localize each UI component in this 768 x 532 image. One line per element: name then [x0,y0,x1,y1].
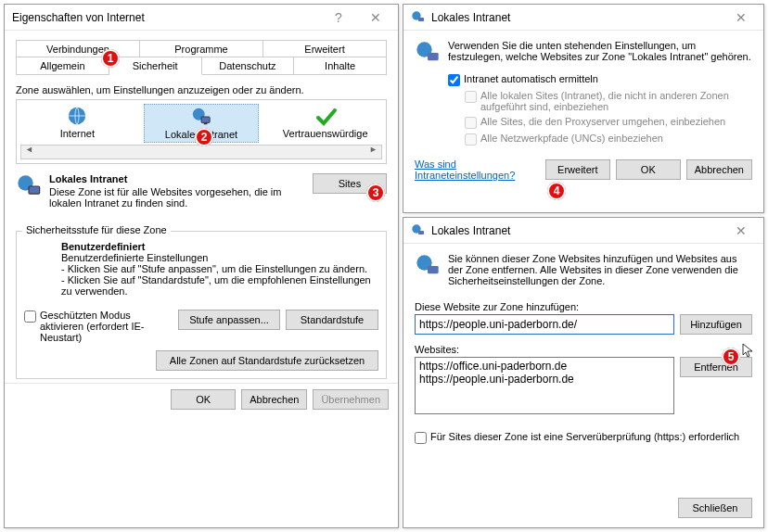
cb-unc-paths: Alle Netzwerkpfade (UNCs) einbeziehen [465,133,752,146]
shield-icon [16,173,42,199]
add-button[interactable]: Hinzufügen [680,314,752,335]
https-verify-label: Für Sites dieser Zone ist eine Serverübe… [430,431,739,442]
local-intranet-zone-window: Lokales Intranet ✕ Verwenden Sie die unt… [403,4,764,213]
step-marker-4: 4 [547,182,566,200]
shield-icon [411,223,426,238]
local-intranet-sites-window: Lokales Intranet ✕ Sie können dieser Zon… [403,217,764,528]
tab-sicherheit[interactable]: Sicherheit [109,57,202,75]
auto-detect-input[interactable] [448,74,460,86]
shield-icon [415,253,441,279]
https-verify-input[interactable] [415,432,427,444]
add-site-label: Diese Website zur Zone hinzufügen: [415,301,752,312]
security-level-group: Sicherheitsstufe für diese Zone Benutzer… [16,231,387,379]
cb-proxy-bypass: Alle Sites, die den Proxyserver umgehen,… [465,116,752,129]
titlebar: Eigenschaften von Internet ? ✕ [5,5,398,31]
websites-label: Websites: [415,344,752,355]
custom-level-button[interactable]: Stufe anpassen... [178,310,280,330]
level-line: - Klicken Sie auf "Standardstufe", um di… [61,274,378,297]
shield-icon [415,40,441,66]
internet-properties-window: Eigenschaften von Internet ? ✕ Verbindun… [4,4,399,528]
titlebar: Lokales Intranet ✕ [403,5,763,31]
close-window-button[interactable]: Schließen [678,498,752,518]
titlebar: Lokales Intranet ✕ [403,218,763,244]
svg-rect-9 [428,53,439,60]
level-line: - Klicken Sie auf "Stufe anpassen", um d… [61,263,378,274]
tab-erweitert[interactable]: Erweitert [263,40,387,57]
window-title: Eigenschaften von Internet [12,11,320,24]
zone-trusted[interactable]: Vertrauenswürdige [268,104,382,143]
zone-heading: Lokales Intranet [49,173,305,184]
tabstrip: Verbindungen Programme Erweitert Allgeme… [16,40,387,75]
svg-rect-11 [418,231,424,234]
svg-rect-3 [204,122,208,124]
tab-datenschutz[interactable]: Datenschutz [202,57,295,75]
apply-button[interactable]: Übernehmen [313,389,389,410]
protected-mode-input[interactable] [24,310,36,323]
https-verify-checkbox[interactable]: Für Sites dieser Zone ist eine Serverübe… [415,431,752,444]
mouse-cursor-icon [742,343,757,358]
list-item[interactable]: https://people.uni-paderborn.de [419,373,670,386]
protected-mode-label: Geschützten Modus aktivieren (erfordert … [40,310,154,343]
level-title: Benutzerdefiniert [61,241,378,252]
step-marker-2: 2 [195,128,213,146]
list-item[interactable]: https://office.uni-paderborn.de [419,360,670,373]
default-level-button[interactable]: Standardstufe [286,310,378,330]
window-title: Lokales Intranet [431,224,723,237]
cancel-button[interactable]: Abbrechen [686,159,752,180]
cb-local-sites-label: Alle lokalen Sites (Intranet), die nicht… [480,90,752,112]
ok-button[interactable]: OK [171,389,236,410]
remove-button[interactable]: Entfernen [680,357,752,377]
add-site-input[interactable] [415,314,674,335]
globe-monitor-icon [191,107,211,127]
help-button[interactable]: ? [320,5,357,30]
zone-prompt: Zone auswählen, um Einstellungen anzuzei… [16,84,387,95]
shield-icon [411,10,426,25]
auto-detect-checkbox[interactable]: Intranet automatisch ermitteln [448,73,752,86]
step-marker-3: 3 [366,184,385,202]
globe-icon [67,106,87,126]
step-marker-5: 5 [722,348,740,366]
svg-rect-13 [428,266,439,273]
advanced-button[interactable]: Erweitert [545,159,610,180]
protected-mode-checkbox[interactable]: Geschützten Modus aktivieren (erfordert … [24,310,154,343]
cb-unc-paths-input [465,133,477,146]
svg-rect-5 [29,186,40,194]
cancel-button[interactable]: Abbrechen [241,389,307,410]
intro-text: Sie können dieser Zone Websites hinzufüg… [448,253,752,286]
tab-inhalte[interactable]: Inhalte [294,57,387,75]
zone-label: Vertrauenswürdige [268,128,382,139]
security-level-legend: Sicherheitsstufe für diese Zone [22,224,171,235]
reset-all-button[interactable]: Alle Zonen auf Standardstufe zurücksetze… [156,350,378,371]
cb-local-sites: Alle lokalen Sites (Intranet), die nicht… [465,90,752,112]
intranet-settings-link[interactable]: Was sind Intraneteinstellungen? [415,158,526,181]
tab-programme[interactable]: Programme [140,40,263,57]
ok-button[interactable]: OK [616,159,681,180]
zone-label: Internet [20,128,134,139]
svg-rect-2 [201,117,210,122]
zone-description: Diese Zone ist für alle Websites vorgese… [49,186,305,209]
close-button[interactable]: ✕ [723,218,760,243]
close-button[interactable]: ✕ [723,5,760,30]
checkmark-icon [315,106,336,126]
cb-proxy-bypass-label: Alle Sites, die den Proxyserver umgehen,… [480,116,725,127]
window-title: Lokales Intranet [431,11,723,24]
cb-proxy-bypass-input [465,117,477,129]
step-marker-1: 1 [101,49,120,68]
auto-detect-label: Intranet automatisch ermitteln [464,73,598,84]
intro-text: Verwenden Sie die unten stehenden Einste… [448,40,752,66]
zone-internet[interactable]: Internet [20,104,134,143]
svg-rect-7 [418,18,424,21]
close-button[interactable]: ✕ [357,5,394,30]
tab-verbindungen[interactable]: Verbindungen [16,40,140,57]
horizontal-scrollbar[interactable] [20,145,382,159]
websites-list[interactable]: https://office.uni-paderborn.de https://… [415,357,674,414]
level-line: Benutzerdefinierte Einstellungen [61,252,378,263]
cb-unc-paths-label: Alle Netzwerkpfade (UNCs) einbeziehen [480,133,663,144]
tab-allgemein[interactable]: Allgemein [16,57,109,75]
cb-local-sites-input [465,91,477,103]
